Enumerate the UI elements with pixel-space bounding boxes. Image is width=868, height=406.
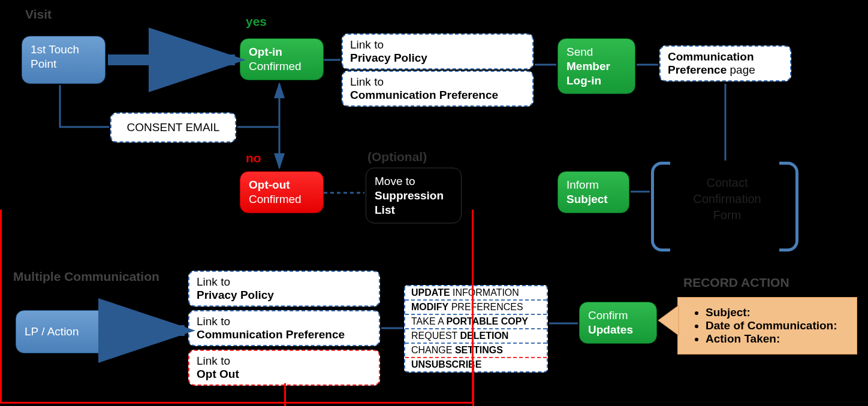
commpref-page-l2: Preference xyxy=(668,63,727,76)
note-subject: Subject: xyxy=(706,306,751,319)
opt-in-l1: Opt-in xyxy=(249,46,282,58)
commpref-page-l1: Communication xyxy=(668,50,754,63)
suppress-l1: Move to xyxy=(375,175,415,187)
red-drop-2 xyxy=(472,363,474,406)
confirm-upd-l1: Confirm xyxy=(588,309,628,322)
node-commpref-page: Communication Preference page xyxy=(659,46,791,81)
commpref-page-l2b: page xyxy=(730,63,755,76)
link-privacy-l1: Link to xyxy=(350,38,384,51)
suppress-l2: Suppression xyxy=(375,189,444,202)
node-first-touch: 1st Touch Point xyxy=(22,36,106,84)
label-visit: Visit xyxy=(25,7,52,22)
node-inform-subject: Inform Subject xyxy=(557,171,629,213)
node-consent-email: CONSENT EMAIL xyxy=(110,113,236,143)
red-drop-1 xyxy=(284,383,286,406)
node-confirm-updates: Confirm Updates xyxy=(579,302,657,344)
send-login-l2: Member xyxy=(566,60,610,72)
opt-in-l2: Confirmed xyxy=(249,60,302,72)
bracket-right xyxy=(779,162,798,252)
inform-l2: Subject xyxy=(566,193,608,205)
contact-conf-l2: Confirmation xyxy=(693,192,761,205)
svg-marker-0 xyxy=(658,305,679,335)
opt-out-l2: Confirmed xyxy=(249,193,302,205)
label-no: no xyxy=(246,151,261,165)
opt-out-l1: Opt-out xyxy=(249,178,290,191)
node-opt-out: Opt-out Confirmed xyxy=(240,171,324,213)
node-send-login: Send Member Log-in xyxy=(557,38,635,94)
label-record-action: RECORD ACTION xyxy=(683,275,789,290)
contact-conf-l3: Form xyxy=(713,208,742,222)
node-link-commpref-1: Link to Communication Preference xyxy=(342,71,534,107)
link-commpref-l1: Link to xyxy=(350,75,384,88)
inform-l1: Inform xyxy=(566,178,599,191)
consent-email-text: CONSENT EMAIL xyxy=(127,121,220,134)
link-commpref-l2: Communication Preference xyxy=(350,89,498,101)
confirm-upd-l2: Updates xyxy=(588,323,633,336)
note-action-taken: Action Taken: xyxy=(706,332,780,345)
node-link-privacy-1: Link to Privacy Policy xyxy=(342,34,534,69)
node-contact-confirmation: Contact Confirmation Form xyxy=(676,175,778,223)
note-record-action: Subject: Date of Communication: Action T… xyxy=(677,297,857,355)
label-yes: yes xyxy=(246,14,267,29)
contact-conf-l1: Contact xyxy=(707,176,748,189)
red-band xyxy=(0,210,474,404)
send-login-l1: Send xyxy=(566,46,593,58)
send-login-l3: Log-in xyxy=(566,74,601,87)
first-touch-text: 1st Touch Point xyxy=(31,43,79,70)
node-opt-in: Opt-in Confirmed xyxy=(240,38,324,80)
note-date: Date of Communication: xyxy=(706,319,837,332)
bracket-left xyxy=(651,162,670,252)
link-privacy-l2: Privacy Policy xyxy=(350,51,427,64)
label-optional: (Optional) xyxy=(367,150,427,164)
